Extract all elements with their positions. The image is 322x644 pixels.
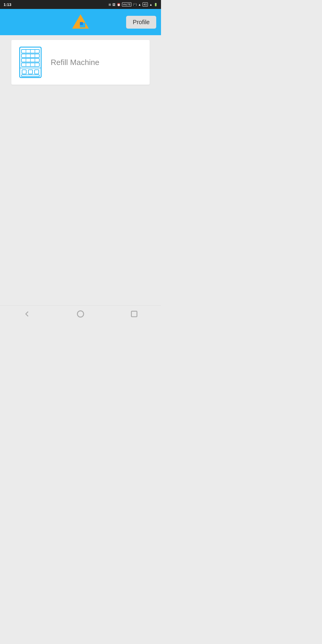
- notification-icon: ⊞: [109, 3, 111, 6]
- 4g-icon: 4G: [143, 2, 148, 7]
- svg-rect-21: [22, 70, 26, 74]
- status-bar: 1:13 ⊞ 🖼 ⏰ VoLTE 📳 ▲ 4G ▲ 🔋: [0, 0, 161, 9]
- back-button[interactable]: [19, 308, 34, 320]
- image-icon: 🖼: [112, 3, 115, 6]
- svg-rect-26: [131, 311, 137, 317]
- home-button[interactable]: [73, 308, 88, 320]
- svg-rect-23: [35, 70, 39, 74]
- logo-icon: [72, 13, 89, 31]
- signal-icon: ▲: [138, 3, 141, 6]
- app-bar: Profile: [0, 9, 161, 35]
- vending-machine-icon: [18, 46, 42, 79]
- vibrate-icon: 📳: [133, 3, 137, 6]
- bottom-nav: [0, 305, 161, 322]
- svg-rect-22: [28, 70, 32, 74]
- volte-icon: VoLTE: [122, 2, 131, 7]
- main-content: Refill Machine: [0, 35, 161, 89]
- refill-machine-label: Refill Machine: [51, 58, 99, 67]
- svg-rect-2: [80, 22, 83, 25]
- battery-icon: 🔋: [154, 3, 157, 6]
- refill-machine-card[interactable]: Refill Machine: [11, 40, 150, 85]
- alarm-icon: ⏰: [117, 3, 120, 6]
- svg-point-25: [78, 311, 84, 317]
- home-icon: [76, 310, 85, 318]
- back-icon: [23, 310, 31, 318]
- signal2-icon: ▲: [149, 3, 152, 6]
- svg-rect-24: [21, 75, 39, 77]
- recent-apps-button[interactable]: [127, 308, 142, 320]
- status-icons: ⊞ 🖼 ⏰ VoLTE 📳 ▲ 4G ▲ 🔋: [109, 2, 157, 7]
- status-time: 1:13: [4, 2, 11, 7]
- profile-button[interactable]: Profile: [126, 16, 156, 29]
- recent-icon: [130, 310, 138, 318]
